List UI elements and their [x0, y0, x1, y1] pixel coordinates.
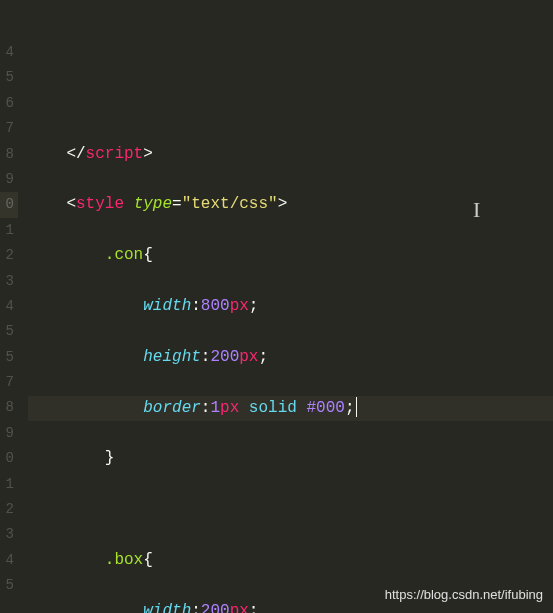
line-number: 5: [0, 65, 18, 90]
line-number: 3: [0, 269, 18, 294]
code-line: [28, 91, 553, 116]
code-line: .con{: [28, 243, 553, 268]
code-line: .box{: [28, 548, 553, 573]
line-number: 2: [0, 497, 18, 522]
line-number: 2: [0, 243, 18, 268]
line-number-gutter: 4567890123455789012345: [0, 0, 18, 613]
line-number: 7: [0, 116, 18, 141]
line-number: 4: [0, 40, 18, 65]
line-number: 0: [0, 446, 18, 471]
code-line: }: [28, 446, 553, 471]
code-line-active: border:1px solid #000;: [28, 396, 553, 421]
line-number: 7: [0, 370, 18, 395]
code-area[interactable]: </script> <style type="text/css"> .con{ …: [18, 0, 553, 613]
line-number: 3: [0, 522, 18, 547]
line-number: 1: [0, 218, 18, 243]
line-number: 5: [0, 573, 18, 598]
code-line: width:800px;: [28, 294, 553, 319]
code-line: <style type="text/css">: [28, 192, 553, 217]
line-number: 9: [0, 421, 18, 446]
line-number: 6: [0, 91, 18, 116]
watermark-url: https://blog.csdn.net/ifubing: [385, 582, 543, 607]
line-number: 4: [0, 548, 18, 573]
line-number: 8: [0, 395, 18, 420]
line-number: 0: [0, 192, 18, 217]
line-number: 5: [0, 319, 18, 344]
code-line: [28, 497, 553, 522]
line-number: 4: [0, 294, 18, 319]
line-number: 5: [0, 345, 18, 370]
code-line: </script>: [28, 142, 553, 167]
code-line: height:200px;: [28, 345, 553, 370]
line-number: 9: [0, 167, 18, 192]
line-number: 1: [0, 472, 18, 497]
code-editor[interactable]: 4567890123455789012345 </script> <style …: [0, 0, 553, 613]
line-number: 8: [0, 142, 18, 167]
text-cursor: [356, 397, 357, 417]
